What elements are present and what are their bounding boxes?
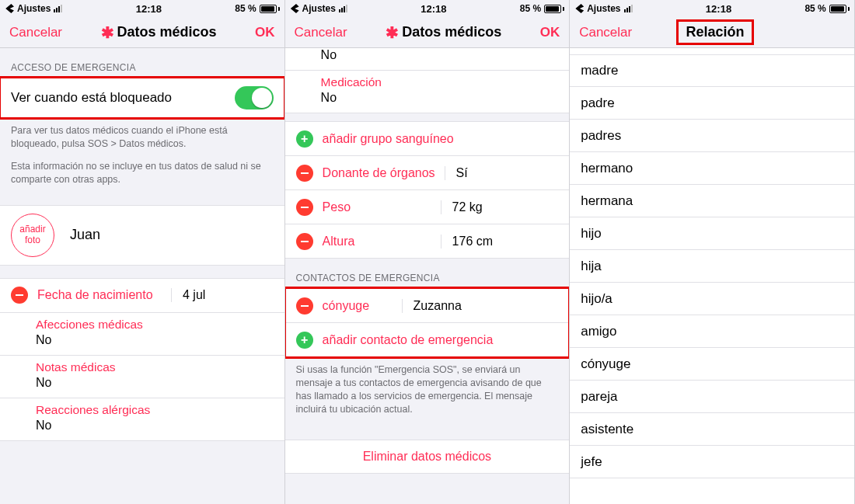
relation-item[interactable]: hermana bbox=[570, 185, 854, 217]
relation-list[interactable]: madrepadrepadreshermanohermanahijohijahi… bbox=[570, 48, 854, 504]
show-when-locked-toggle[interactable] bbox=[235, 86, 274, 109]
asterisk-icon: ✱ bbox=[386, 25, 399, 40]
relation-item[interactable]: amigo bbox=[570, 315, 854, 348]
page-title: Relación bbox=[678, 21, 752, 43]
battery-pct: 85 % bbox=[804, 3, 825, 14]
relation-item[interactable]: pareja bbox=[570, 381, 854, 413]
battery-icon bbox=[544, 5, 564, 13]
cancel-button[interactable]: Cancelar bbox=[579, 25, 632, 40]
remove-dob-button[interactable] bbox=[11, 287, 28, 304]
ok-button[interactable]: OK bbox=[255, 25, 275, 40]
contact-name: Zuzanna bbox=[402, 299, 559, 313]
allergies-row[interactable]: Reacciones alérgicas No bbox=[0, 398, 284, 441]
prev-row-value: No bbox=[285, 48, 570, 71]
footer-note-1: Para ver tus datos médicos cuando el iPh… bbox=[0, 118, 284, 157]
status-bar: Ajustes 12:18 85 % bbox=[285, 0, 570, 17]
relation-item[interactable]: jefe bbox=[570, 446, 854, 478]
dob-label: Fecha de nacimiento bbox=[37, 288, 162, 302]
height-label: Altura bbox=[323, 235, 431, 249]
back-chevron-icon bbox=[290, 4, 299, 13]
height-value[interactable]: 176 cm bbox=[441, 235, 559, 249]
battery-icon bbox=[260, 5, 280, 13]
contact-row[interactable]: cónyuge Zuzanna bbox=[285, 289, 570, 323]
remove-donor-button[interactable] bbox=[296, 165, 313, 182]
blood-type-row[interactable]: añadir grupo sanguíneo bbox=[285, 122, 570, 156]
allergies-value: No bbox=[36, 419, 51, 432]
add-contact-label: añadir contacto de emergencia bbox=[323, 333, 494, 347]
battery-icon bbox=[829, 5, 850, 13]
clock: 12:18 bbox=[421, 3, 446, 15]
name-value[interactable]: Juan bbox=[64, 227, 274, 243]
back-chevron-icon bbox=[5, 4, 14, 13]
add-contact-button[interactable] bbox=[296, 332, 313, 349]
back-app-label[interactable]: Ajustes bbox=[587, 3, 620, 14]
screen-1: Ajustes 12:18 85 % Cancelar ✱Datos médic… bbox=[0, 0, 285, 504]
battery-pct: 85 % bbox=[520, 3, 541, 14]
show-when-locked-label: Ver cuando está bloqueado bbox=[11, 90, 235, 106]
add-contact-row[interactable]: añadir contacto de emergencia bbox=[285, 323, 570, 357]
show-when-locked-cell[interactable]: Ver cuando está bloqueado bbox=[0, 78, 284, 118]
nav-header: Cancelar Relación bbox=[570, 17, 854, 48]
emergency-contacts-block: cónyuge Zuzanna añadir contacto de emerg… bbox=[285, 288, 570, 357]
screen-2: Ajustes 12:18 85 % Cancelar ✱Datos médic… bbox=[285, 0, 571, 504]
content-scroll[interactable]: No Medicación No añadir grupo sanguíneo … bbox=[285, 48, 570, 504]
relation-item[interactable]: hija bbox=[570, 250, 854, 283]
height-row[interactable]: Altura 176 cm bbox=[285, 224, 570, 259]
dob-row[interactable]: Fecha de nacimiento 4 jul bbox=[0, 279, 284, 313]
remove-weight-button[interactable] bbox=[296, 199, 313, 216]
conditions-row[interactable]: Afecciones médicas No bbox=[0, 313, 284, 356]
medication-value: No bbox=[321, 91, 337, 104]
organ-donor-row[interactable]: Donante de órganos Sí bbox=[285, 156, 570, 190]
relation-item[interactable]: asistente bbox=[570, 413, 854, 446]
delete-medical-data-button[interactable]: Eliminar datos médicos bbox=[285, 440, 570, 474]
add-photo-button[interactable]: añadir foto bbox=[11, 214, 54, 257]
medication-row[interactable]: Medicación No bbox=[285, 71, 570, 113]
dob-value[interactable]: 4 jul bbox=[171, 288, 274, 302]
cancel-button[interactable]: Cancelar bbox=[9, 25, 62, 40]
conditions-label: Afecciones médicas bbox=[36, 318, 274, 332]
notes-value: No bbox=[36, 376, 51, 389]
relation-item[interactable]: madre bbox=[570, 54, 854, 87]
notes-label: Notas médicas bbox=[36, 360, 274, 374]
relation-item[interactable]: padre bbox=[570, 87, 854, 120]
add-blood-type-label: añadir grupo sanguíneo bbox=[323, 132, 454, 146]
weight-value[interactable]: 72 kg bbox=[441, 200, 559, 214]
back-app-label[interactable]: Ajustes bbox=[17, 3, 51, 14]
status-bar: Ajustes 12:18 85 % bbox=[0, 0, 284, 17]
weight-label: Peso bbox=[323, 200, 431, 214]
back-chevron-icon bbox=[574, 4, 584, 13]
name-row[interactable]: añadir foto Juan bbox=[0, 206, 284, 266]
back-app-label[interactable]: Ajustes bbox=[302, 3, 336, 14]
remove-contact-button[interactable] bbox=[296, 297, 313, 315]
notes-row[interactable]: Notas médicas No bbox=[0, 356, 284, 398]
relation-item[interactable]: cónyuge bbox=[570, 348, 854, 381]
signal-icon bbox=[339, 5, 347, 12]
weight-row[interactable]: Peso 72 kg bbox=[285, 190, 570, 224]
relation-item[interactable]: hijo/a bbox=[570, 283, 854, 315]
screen-3: Ajustes 12:18 85 % Cancelar Relación mad… bbox=[570, 0, 855, 504]
nav-header: Cancelar ✱Datos médicos OK bbox=[0, 17, 284, 48]
cancel-button[interactable]: Cancelar bbox=[295, 25, 347, 40]
page-title: ✱Datos médicos bbox=[386, 24, 501, 40]
section-header-emergency: ACCESO DE EMERGENCIA bbox=[0, 48, 284, 78]
section-header-contacts: CONTACTOS DE EMERGENCIA bbox=[285, 259, 570, 288]
remove-height-button[interactable] bbox=[296, 233, 313, 250]
donor-label: Donante de órganos bbox=[323, 166, 435, 180]
asterisk-icon: ✱ bbox=[101, 25, 114, 40]
ok-button[interactable]: OK bbox=[540, 25, 560, 40]
page-title: ✱Datos médicos bbox=[101, 24, 217, 40]
status-bar: Ajustes 12:18 85 % bbox=[570, 0, 854, 17]
relation-item[interactable]: hijo bbox=[570, 217, 854, 250]
signal-icon bbox=[624, 5, 633, 12]
medication-label: Medicación bbox=[321, 75, 559, 89]
relation-item[interactable]: hermano bbox=[570, 152, 854, 185]
contact-relation: cónyuge bbox=[323, 299, 393, 313]
conditions-value: No bbox=[36, 333, 51, 346]
donor-value[interactable]: Sí bbox=[445, 166, 559, 180]
add-blood-type-button[interactable] bbox=[296, 130, 313, 148]
nav-header: Cancelar ✱Datos médicos OK bbox=[285, 17, 570, 48]
content-scroll[interactable]: ACCESO DE EMERGENCIA Ver cuando está blo… bbox=[0, 48, 284, 504]
clock: 12:18 bbox=[706, 3, 731, 15]
emergency-note: Si usas la función "Emergencia SOS", se … bbox=[285, 357, 570, 422]
relation-item[interactable]: padres bbox=[570, 120, 854, 152]
